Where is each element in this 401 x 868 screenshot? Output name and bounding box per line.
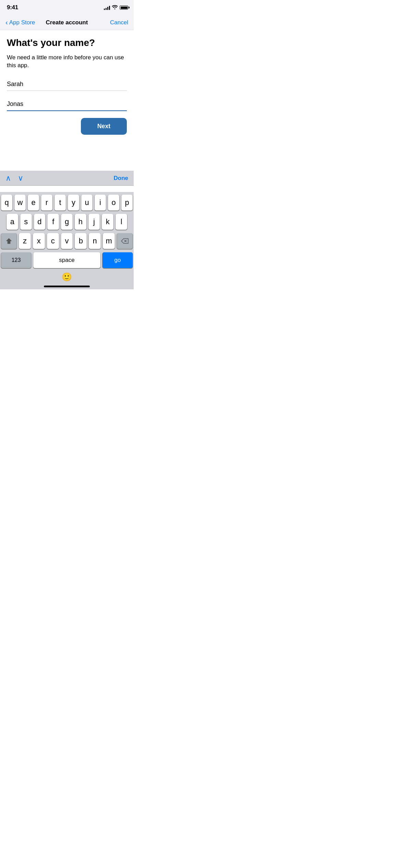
- keyboard-emoji-row: 🙂: [1, 271, 133, 283]
- home-bar: [44, 286, 90, 287]
- page-title: Create account: [46, 19, 88, 26]
- last-name-input[interactable]: [7, 98, 127, 111]
- keyboard-next-button[interactable]: ∨: [18, 174, 23, 182]
- key-m[interactable]: m: [103, 233, 115, 249]
- keyboard-prev-button[interactable]: ∧: [5, 174, 11, 182]
- key-g[interactable]: g: [61, 214, 73, 230]
- go-key[interactable]: go: [102, 252, 133, 268]
- numbers-key[interactable]: 123: [1, 252, 31, 268]
- form-subtext: We need a little more info before you ca…: [7, 53, 127, 70]
- next-btn-row: Next: [7, 118, 127, 135]
- nav-bar: ‹ App Store Create account Cancel: [0, 15, 134, 30]
- status-bar: 9:41: [0, 0, 134, 15]
- back-button[interactable]: ‹ App Store: [5, 19, 35, 26]
- key-t[interactable]: t: [54, 195, 66, 210]
- key-a[interactable]: a: [7, 214, 18, 230]
- key-c[interactable]: c: [47, 233, 59, 249]
- keyboard-row-3: z x c v b n m: [1, 233, 133, 249]
- key-v[interactable]: v: [61, 233, 73, 249]
- keyboard-done-button[interactable]: Done: [114, 175, 129, 182]
- keyboard-row-4: 123 space go: [1, 252, 133, 268]
- home-indicator: [1, 285, 133, 288]
- key-y[interactable]: y: [68, 195, 79, 210]
- key-j[interactable]: j: [88, 214, 100, 230]
- key-o[interactable]: o: [108, 195, 119, 210]
- form-heading: What's your name?: [7, 37, 127, 49]
- next-button[interactable]: Next: [81, 118, 127, 135]
- key-z[interactable]: z: [19, 233, 31, 249]
- key-n[interactable]: n: [89, 233, 101, 249]
- key-p[interactable]: p: [121, 195, 133, 210]
- cancel-button[interactable]: Cancel: [110, 19, 128, 26]
- back-chevron-icon: ‹: [5, 19, 8, 26]
- back-label: App Store: [9, 19, 35, 26]
- keyboard-toolbar: ∧ ∨ Done: [0, 171, 134, 186]
- key-h[interactable]: h: [75, 214, 86, 230]
- keyboard: q w e r t y u i o p a s d f g h j k l z …: [0, 192, 134, 289]
- key-f[interactable]: f: [47, 214, 59, 230]
- key-r[interactable]: r: [41, 195, 52, 210]
- signal-bars-icon: [104, 5, 110, 10]
- keyboard-row-1: q w e r t y u i o p: [1, 195, 133, 210]
- key-u[interactable]: u: [81, 195, 93, 210]
- keyboard-nav: ∧ ∨: [5, 174, 23, 182]
- backspace-key[interactable]: [117, 233, 133, 249]
- status-icons: [104, 5, 128, 10]
- shift-key[interactable]: [1, 233, 17, 249]
- emoji-button[interactable]: 🙂: [62, 272, 72, 282]
- space-key[interactable]: space: [33, 252, 100, 268]
- key-w[interactable]: w: [14, 195, 26, 210]
- key-i[interactable]: i: [95, 195, 106, 210]
- form-area: What's your name? We need a little more …: [0, 30, 134, 135]
- key-s[interactable]: s: [20, 214, 32, 230]
- key-x[interactable]: x: [33, 233, 45, 249]
- key-e[interactable]: e: [28, 195, 39, 210]
- key-k[interactable]: k: [102, 214, 113, 230]
- key-q[interactable]: q: [1, 195, 12, 210]
- battery-icon: [120, 5, 128, 10]
- key-b[interactable]: b: [75, 233, 87, 249]
- key-d[interactable]: d: [34, 214, 46, 230]
- status-time: 9:41: [7, 4, 18, 11]
- wifi-icon: [112, 5, 118, 10]
- first-name-input[interactable]: [7, 78, 127, 91]
- key-l[interactable]: l: [116, 214, 127, 230]
- keyboard-row-2: a s d f g h j k l: [1, 214, 133, 230]
